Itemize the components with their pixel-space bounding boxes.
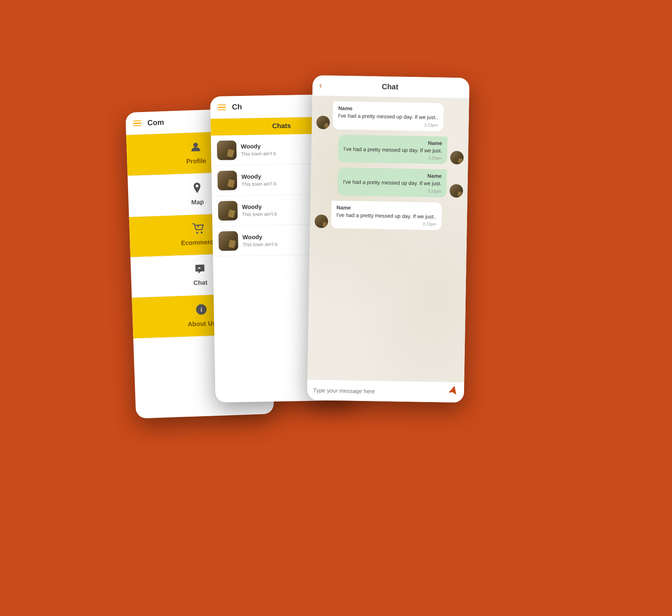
hamburger-icon[interactable] (133, 120, 142, 126)
sent-bubble: Name I've had a pretty messed up day. If… (338, 134, 448, 164)
chats-app-title: Ch (232, 103, 242, 111)
phone-chat-screen: ‹ Chat Name I've had a pretty messed up … (307, 75, 469, 402)
svg-point-0 (193, 143, 198, 147)
sent-bubble: Name I've had a pretty messed up day. If… (337, 168, 447, 197)
chat-avatar-4 (218, 231, 238, 251)
chat-icon (194, 263, 206, 277)
msg-avatar (450, 151, 464, 165)
menu-app-title: Com (147, 118, 164, 127)
chat-avatar-1 (217, 140, 237, 160)
chat-label: Chat (193, 279, 208, 287)
chat-screen-title: Chat (326, 81, 454, 92)
cart-icon (192, 223, 205, 237)
message-row: Name I've had a pretty messed up day. If… (316, 134, 464, 164)
chat-input[interactable] (313, 387, 445, 395)
received-bubble: Name I've had a pretty messed up day. If… (333, 101, 444, 131)
message-row: Name I've had a pretty messed up day. If… (316, 101, 464, 131)
message-row: Name I've had a pretty messed up day. If… (314, 200, 463, 230)
svg-point-2 (196, 232, 198, 234)
chat-screen-header: ‹ Chat (312, 75, 470, 98)
profile-label: Profile (186, 157, 206, 165)
send-button[interactable] (447, 385, 460, 399)
msg-avatar (314, 215, 328, 228)
chat-avatar-3 (218, 201, 238, 221)
chat-avatar-2 (217, 171, 237, 190)
msg-avatar (449, 184, 463, 198)
profile-icon (190, 141, 202, 156)
svg-point-3 (201, 231, 203, 233)
hamburger-icon-2[interactable] (218, 104, 226, 110)
map-icon (192, 182, 202, 197)
map-label: Map (191, 199, 204, 206)
chat-input-area (307, 379, 464, 402)
chat-body: Name I've had a pretty messed up day. If… (307, 96, 469, 382)
info-icon: i (195, 303, 208, 318)
message-row: Name I've had a pretty messed up day. If… (315, 167, 463, 197)
svg-text:i: i (200, 307, 202, 313)
received-bubble: Name I've had a pretty messed up day. If… (331, 200, 442, 230)
ecommerce-label: Ecommerce (181, 238, 217, 247)
scene: Com Profile (131, 65, 541, 551)
back-button[interactable]: ‹ (319, 81, 322, 90)
about-label: About Us (188, 320, 216, 329)
msg-avatar (316, 115, 330, 129)
